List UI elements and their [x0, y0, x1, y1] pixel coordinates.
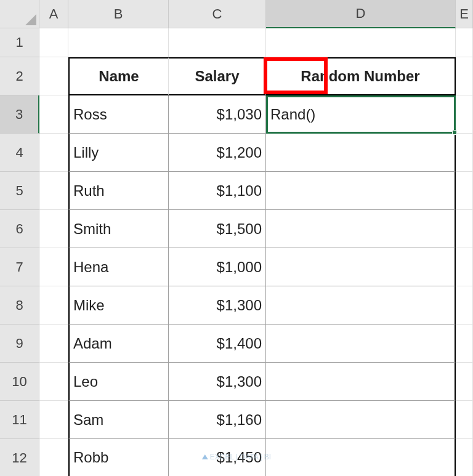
- cell-C11[interactable]: $1,160: [169, 401, 266, 439]
- cell-E5[interactable]: [456, 172, 473, 210]
- cell-E7[interactable]: [456, 248, 473, 286]
- row-header-1[interactable]: 1: [0, 28, 39, 57]
- row-header-10[interactable]: 10: [0, 363, 39, 401]
- cell-A7[interactable]: [39, 248, 68, 286]
- cell-C10[interactable]: $1,300: [169, 363, 266, 401]
- col-header-C[interactable]: C: [169, 0, 266, 28]
- select-all-corner[interactable]: [0, 0, 39, 28]
- cell-E6[interactable]: [456, 210, 473, 248]
- cell-A5[interactable]: [39, 172, 68, 210]
- row-header-7[interactable]: 7: [0, 248, 39, 286]
- col-header-A[interactable]: A: [39, 0, 68, 28]
- header-random[interactable]: Random Number: [266, 57, 456, 95]
- cell-D3-selected[interactable]: Rand(): [266, 95, 456, 134]
- cell-E9[interactable]: [456, 325, 473, 363]
- row-header-4[interactable]: 4: [0, 134, 39, 172]
- header-salary[interactable]: Salary: [169, 57, 266, 95]
- cell-B11[interactable]: Sam: [68, 401, 169, 439]
- cell-C4[interactable]: $1,200: [169, 134, 266, 172]
- selected-cell-value: Rand(): [270, 106, 315, 123]
- cell-C7[interactable]: $1,000: [169, 248, 266, 286]
- cell-B7[interactable]: Hena: [68, 248, 169, 286]
- cell-C5[interactable]: $1,100: [169, 172, 266, 210]
- cell-A10[interactable]: [39, 363, 68, 401]
- cell-A3[interactable]: [39, 95, 68, 134]
- cell-C9[interactable]: $1,400: [169, 325, 266, 363]
- col-header-B[interactable]: B: [68, 0, 169, 28]
- cell-E4[interactable]: [456, 134, 473, 172]
- cell-D4[interactable]: [266, 134, 456, 172]
- row-header-6[interactable]: 6: [0, 210, 39, 248]
- row-header-9[interactable]: 9: [0, 325, 39, 363]
- cell-A9[interactable]: [39, 325, 68, 363]
- col-header-E[interactable]: E: [456, 0, 473, 28]
- row-header-11[interactable]: 11: [0, 401, 39, 439]
- cell-E2[interactable]: [456, 57, 473, 95]
- cell-A4[interactable]: [39, 134, 68, 172]
- cell-B1[interactable]: [68, 28, 169, 57]
- cell-A12[interactable]: [39, 439, 68, 476]
- cell-E8[interactable]: [456, 286, 473, 325]
- cell-C8[interactable]: $1,300: [169, 286, 266, 325]
- fill-handle[interactable]: [452, 130, 457, 135]
- cell-B12[interactable]: Robb: [68, 439, 169, 476]
- row-header-2[interactable]: 2: [0, 57, 39, 95]
- row-header-8[interactable]: 8: [0, 286, 39, 325]
- header-name[interactable]: Name: [68, 57, 169, 95]
- cell-E3[interactable]: [456, 95, 473, 134]
- cell-B4[interactable]: Lilly: [68, 134, 169, 172]
- cell-A11[interactable]: [39, 401, 68, 439]
- row-header-12[interactable]: 12: [0, 439, 39, 476]
- cell-D8[interactable]: [266, 286, 456, 325]
- col-header-D[interactable]: D: [266, 0, 456, 28]
- watermark: EXCEL | DATA | BI: [202, 453, 271, 461]
- cell-B5[interactable]: Ruth: [68, 172, 169, 210]
- cell-B10[interactable]: Leo: [68, 363, 169, 401]
- cell-E12[interactable]: [456, 439, 473, 476]
- cell-B8[interactable]: Mike: [68, 286, 169, 325]
- cell-C6[interactable]: $1,500: [169, 210, 266, 248]
- cell-D10[interactable]: [266, 363, 456, 401]
- cell-D9[interactable]: [266, 325, 456, 363]
- cell-D11[interactable]: [266, 401, 456, 439]
- cell-A1[interactable]: [39, 28, 68, 57]
- cell-D6[interactable]: [266, 210, 456, 248]
- cell-D1[interactable]: [266, 28, 456, 57]
- cell-D7[interactable]: [266, 248, 456, 286]
- cell-A8[interactable]: [39, 286, 68, 325]
- cell-B6[interactable]: Smith: [68, 210, 169, 248]
- cell-B9[interactable]: Adam: [68, 325, 169, 363]
- cell-C3[interactable]: $1,030: [169, 95, 266, 134]
- cell-A2[interactable]: [39, 57, 68, 95]
- spreadsheet-grid: A B C D E 1 2 Name Salary Random Number …: [0, 0, 473, 476]
- cell-D5[interactable]: [266, 172, 456, 210]
- row-header-5[interactable]: 5: [0, 172, 39, 210]
- cell-A6[interactable]: [39, 210, 68, 248]
- row-header-3[interactable]: 3: [0, 95, 39, 134]
- cell-E1[interactable]: [456, 28, 473, 57]
- cell-B3[interactable]: Ross: [68, 95, 169, 134]
- watermark-icon: [202, 454, 208, 459]
- watermark-text: EXCEL | DATA | BI: [210, 453, 271, 461]
- cell-D12[interactable]: [266, 439, 456, 476]
- cell-E10[interactable]: [456, 363, 473, 401]
- cell-E11[interactable]: [456, 401, 473, 439]
- cell-C1[interactable]: [169, 28, 266, 57]
